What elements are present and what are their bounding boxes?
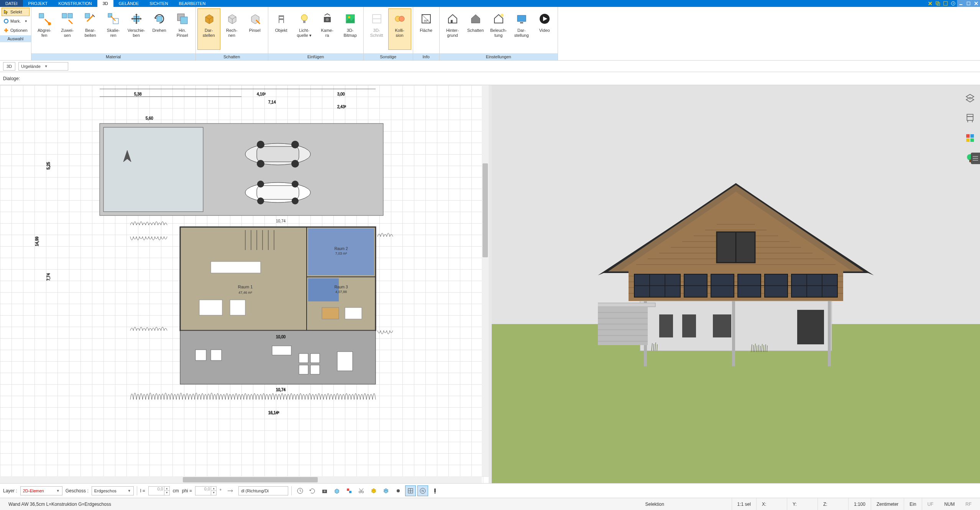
svg-text:7,14: 7,14 xyxy=(268,100,276,104)
edit-brush-button[interactable]: Bear- beiten xyxy=(79,8,102,50)
bg-brush-button[interactable]: Hin. Pinsel xyxy=(171,8,194,50)
svg-rect-92 xyxy=(310,354,320,363)
menu-konstruktion[interactable]: KONSTRUKTION xyxy=(53,0,97,7)
camera-button[interactable]: Kame- ra xyxy=(316,8,339,50)
title-icon-tools[interactable] xyxy=(926,0,934,7)
camera-icon xyxy=(320,12,334,26)
stack-b-button[interactable] xyxy=(381,485,391,496)
direction-select[interactable]: dl (Richtung/Di xyxy=(238,486,288,495)
side-panel-handle[interactable] xyxy=(971,153,980,164)
svg-text:Raum 1: Raum 1 xyxy=(238,285,253,289)
help-icon[interactable]: ? xyxy=(949,0,957,7)
move-brush-button[interactable]: Verschie- ben xyxy=(125,8,148,50)
mark-button[interactable]: Mark. ▼ xyxy=(2,17,30,25)
materials-panel-button[interactable] xyxy=(963,131,977,145)
camera-small-button[interactable] xyxy=(319,485,330,496)
svg-point-163 xyxy=(359,491,361,493)
area-button[interactable]: m²Fläche xyxy=(415,8,438,50)
floor-label: Geschoss : xyxy=(66,488,89,494)
scale-brush-button[interactable]: Skalie- ren xyxy=(102,8,125,50)
menu-bearbeiten[interactable]: BEARBEITEN xyxy=(174,0,211,7)
status-bar: Wand AW 36,5cm L=Konstruktion G=Erdgesch… xyxy=(0,498,980,510)
section3d-icon xyxy=(370,12,384,26)
section3d-button[interactable]: 3D- Schnitt xyxy=(365,8,388,50)
mark-label: Mark. xyxy=(10,19,21,23)
menu-sichten[interactable]: SICHTEN xyxy=(144,0,173,7)
ribbon-group-einstellungen: Hinter- grundSchattenBeleuch- tungDar- s… xyxy=(440,7,558,60)
calc-cube-icon xyxy=(225,12,239,26)
bulb-button[interactable]: Licht- quelle ▾ xyxy=(293,8,316,50)
cut-brush-button[interactable]: Abgrei- fen xyxy=(33,8,56,50)
grid-toggle-button[interactable] xyxy=(405,485,416,496)
brush-cube-icon xyxy=(248,12,262,26)
pane-2d-floorplan[interactable]: 5,38 4,16² 3,00 7,14 2,43² 5,60 CARPORT … xyxy=(0,85,489,483)
layer-select[interactable]: 2D-Elemen▼ xyxy=(20,486,62,495)
clock-button[interactable] xyxy=(295,485,305,496)
svg-text:7,03 m²: 7,03 m² xyxy=(335,252,347,255)
vertical-scrollbar[interactable] xyxy=(482,85,489,476)
house-shadow-button[interactable]: Schatten xyxy=(464,8,487,50)
menu-gelaende[interactable]: GELÄNDE xyxy=(113,0,144,7)
options-button[interactable]: Optionen xyxy=(2,26,30,35)
area-icon: m² xyxy=(419,12,433,26)
select-button[interactable]: Selekt xyxy=(2,8,30,16)
svg-rect-153 xyxy=(970,134,974,138)
menu-3d[interactable]: 3D xyxy=(97,0,113,7)
terrain-select[interactable]: Urgelände ▼ xyxy=(18,62,68,71)
horizontal-scrollbar[interactable] xyxy=(0,476,482,483)
maximize-button[interactable] xyxy=(965,0,972,7)
length-input[interactable]: 0,0▲▼ xyxy=(148,486,170,495)
svg-point-56 xyxy=(257,141,264,148)
cut-small-button[interactable] xyxy=(356,485,367,496)
angle-lock-button[interactable] xyxy=(225,485,235,496)
north-button[interactable]: N xyxy=(417,485,428,496)
house-light-button[interactable]: Beleuch- tung xyxy=(487,8,510,50)
angle-input[interactable]: 0,0▲▼ xyxy=(195,486,217,495)
layers-panel-button[interactable] xyxy=(963,91,977,105)
pane-3d-view[interactable] xyxy=(492,85,980,483)
menu-datei[interactable]: DATEI xyxy=(0,0,23,7)
tip-button[interactable] xyxy=(430,485,440,496)
collision-button[interactable]: Kolli- sion xyxy=(388,8,411,50)
rotate-brush-button[interactable]: Drehen xyxy=(148,8,171,50)
svg-rect-51 xyxy=(103,127,203,212)
cube-people-button[interactable] xyxy=(332,485,342,496)
workspace: 5,38 4,16² 3,00 7,14 2,43² 5,60 CARPORT … xyxy=(0,85,980,483)
chair-icon xyxy=(274,12,288,26)
color-swatch-button[interactable] xyxy=(344,485,355,496)
shadow-cube-button[interactable]: Dar- stellen xyxy=(197,8,220,50)
house-bg-button[interactable]: Hinter- grund xyxy=(441,8,464,50)
close-button[interactable] xyxy=(972,0,980,7)
dot-button[interactable] xyxy=(393,485,404,496)
assign-brush-button[interactable]: Zuwei- sen xyxy=(56,8,79,50)
furniture-panel-button[interactable] xyxy=(963,111,977,125)
title-icon-window[interactable] xyxy=(942,0,949,7)
brush-cube-button[interactable]: Pinsel xyxy=(243,8,266,50)
scroll-thumb[interactable] xyxy=(483,163,488,257)
floor-select[interactable]: Erdgeschos▼ xyxy=(92,486,134,495)
stack-a-button[interactable] xyxy=(368,485,379,496)
ribbon-group-einfuegen: ObjektLicht- quelle ▾Kame- ra3D- Bitmap … xyxy=(268,7,364,60)
calc-cube-button[interactable]: Rech- nen xyxy=(220,8,243,50)
svg-text:10,74: 10,74 xyxy=(276,388,286,392)
menu-projekt[interactable]: PROJEKT xyxy=(23,0,53,7)
bitmap3d-button[interactable]: 3D- Bitmap xyxy=(339,8,362,50)
chair-button[interactable]: Objekt xyxy=(270,8,293,50)
title-icon-copy[interactable] xyxy=(934,0,942,7)
play-icon xyxy=(538,12,552,26)
svg-point-172 xyxy=(434,492,435,494)
house-light-icon xyxy=(492,12,506,26)
minimize-button[interactable] xyxy=(957,0,965,7)
play-button[interactable]: Video xyxy=(533,8,556,50)
monitor-button[interactable]: Dar- stellung xyxy=(510,8,533,50)
svg-rect-152 xyxy=(966,134,970,138)
pane-splitter[interactable] xyxy=(489,85,492,483)
svg-rect-149 xyxy=(967,114,973,117)
history-button[interactable] xyxy=(307,485,318,496)
svg-rect-35 xyxy=(451,20,453,23)
menu-bar: DATEI PROJEKT KONSTRUKTION 3D GELÄNDE SI… xyxy=(0,0,980,7)
scroll-thumb[interactable] xyxy=(183,477,318,482)
svg-text:N: N xyxy=(422,489,424,493)
status-selection: Selektion xyxy=(640,498,732,510)
svg-rect-140 xyxy=(598,303,655,307)
